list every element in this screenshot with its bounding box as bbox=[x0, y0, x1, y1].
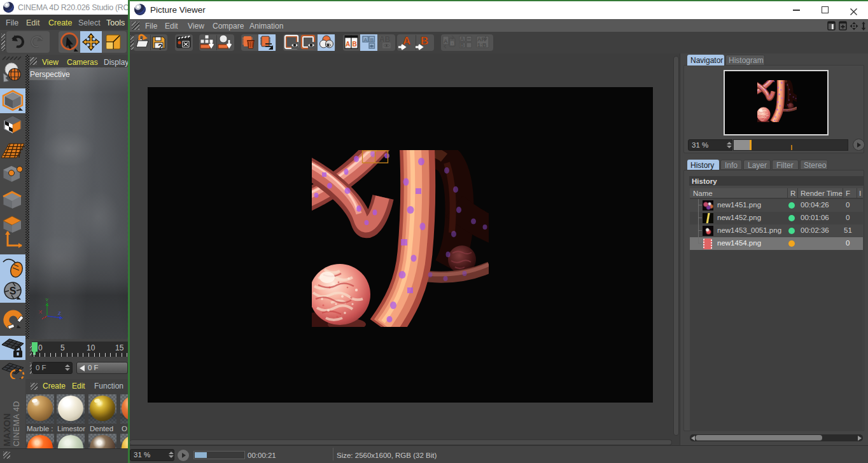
svg-text:1:B: 1:B bbox=[477, 42, 487, 48]
svg-text:B: B bbox=[421, 35, 428, 47]
svg-text:B: B bbox=[460, 42, 464, 48]
svg-text:AB: AB bbox=[379, 35, 391, 44]
svg-text:Y: Y bbox=[45, 297, 49, 303]
svg-text:A: A bbox=[346, 41, 350, 48]
svg-text:B: B bbox=[353, 41, 357, 48]
svg-text:?: ? bbox=[158, 42, 163, 52]
svg-text:A: A bbox=[364, 37, 368, 43]
svg-text:X: X bbox=[39, 309, 43, 315]
svg-text:S: S bbox=[10, 286, 17, 296]
svg-text:B: B bbox=[370, 37, 374, 43]
svg-text:A: A bbox=[403, 35, 410, 47]
svg-text:B: B bbox=[451, 40, 455, 46]
svg-text:A: A bbox=[460, 36, 464, 42]
svg-text:A: A bbox=[444, 38, 448, 45]
svg-text:Z: Z bbox=[58, 310, 61, 316]
